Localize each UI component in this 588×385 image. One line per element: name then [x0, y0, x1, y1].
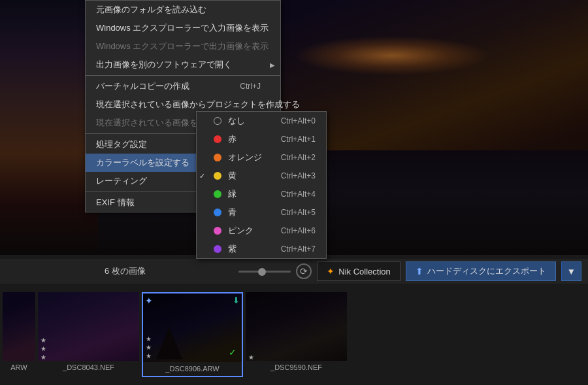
color-shortcut-yellow: Ctrl+Alt+3 — [281, 171, 316, 180]
color-label-purple: 紫 — [228, 243, 274, 255]
menu-item-label: 現在選択されている画像からプロジェクトを作成する — [96, 99, 300, 110]
menu-virtual-copy[interactable]: バーチャルコピーの作成 Ctrl+J — [86, 77, 280, 95]
nik-icon: ✦ — [327, 266, 335, 276]
thumbnail-item-2[interactable]: _DSC8906.ARW ✦ ⬇ ★ ★ ★ ✓ — [142, 292, 243, 377]
chevron-down-icon: ▼ — [567, 267, 576, 276]
thumb-image-2 — [143, 293, 242, 362]
color-pink[interactable]: ピンク Ctrl+Alt+6 — [197, 222, 326, 240]
menu-shortcut: Ctrl+J — [240, 82, 261, 91]
color-shortcut-blue: Ctrl+Alt+5 — [281, 208, 316, 217]
color-label-red: 赤 — [228, 133, 274, 145]
thumb-filename-1: _DSC8043.NEF — [38, 363, 139, 371]
color-dot-none — [214, 117, 221, 125]
color-green[interactable]: 緑 Ctrl+Alt+4 — [197, 185, 326, 203]
sync-icon: ⟳ — [300, 266, 308, 276]
star-icon: ★ — [146, 335, 152, 343]
menu-item-label: Windows エクスプローラーで出力画像を表示 — [96, 41, 269, 52]
color-dot-yellow — [214, 172, 221, 180]
color-purple[interactable]: 紫 Ctrl+Alt+7 — [197, 240, 326, 258]
menu-separator-1 — [86, 75, 280, 76]
thumb-filename-0: ARW — [3, 363, 35, 371]
color-shortcut-none: Ctrl+Alt+0 — [281, 116, 316, 126]
color-label-green: 緑 — [228, 188, 274, 200]
color-dot-red — [214, 135, 221, 143]
color-dot-blue — [214, 209, 221, 216]
export-button[interactable]: ⬆ ハードディスクにエクスポート — [406, 261, 556, 281]
zoom-slider-thumb[interactable] — [258, 268, 266, 276]
star-icon: ★ — [41, 354, 46, 361]
thumbnail-item-3[interactable]: _DSC9590.NEF ★ — [246, 292, 347, 377]
color-label-blue: 青 — [228, 207, 274, 218]
color-orange[interactable]: オレンジ Ctrl+Alt+2 — [197, 148, 326, 167]
thumb-filename-2: _DSC8906.ARW — [143, 365, 242, 373]
export-icon: ⬆ — [416, 266, 423, 276]
menu-item-label: 処理タグ設定 — [96, 139, 147, 150]
color-shortcut-orange: Ctrl+Alt+2 — [281, 153, 316, 162]
color-shortcut-purple: Ctrl+Alt+7 — [281, 244, 316, 254]
tree-silhouette — [156, 327, 182, 360]
menu-read-from-folder[interactable]: 元画像のフォルダを読み込む — [86, 1, 280, 19]
star-icon: ★ — [146, 344, 152, 351]
color-dot-purple — [214, 245, 221, 253]
menu-item-label: レーティング — [96, 175, 147, 187]
zoom-slider-track[interactable] — [238, 271, 291, 273]
thumb-image-0 — [3, 292, 35, 361]
color-label-orange: オレンジ — [228, 152, 274, 163]
bottom-toolbar: 6 枚の画像 ⟳ ✦ Nik Collection ⬆ ハードディスクにエクスポ… — [0, 259, 588, 284]
submenu-arrow: ▶ — [270, 61, 275, 69]
color-none[interactable]: なし Ctrl+Alt+0 — [197, 112, 326, 130]
nik-label: Nik Collection — [338, 267, 390, 276]
color-label-yellow: 黄 — [228, 170, 274, 182]
color-red[interactable]: 赤 Ctrl+Alt+1 — [197, 130, 326, 148]
color-blue[interactable]: 青 Ctrl+Alt+5 — [197, 203, 326, 222]
star-icon: ★ — [41, 345, 46, 352]
color-shortcut-pink: Ctrl+Alt+6 — [281, 226, 316, 235]
menu-item-label: 出力画像を別のソフトウェアで開く — [96, 59, 232, 71]
star-icon: ★ — [41, 337, 46, 344]
image-count: 6 枚の画像 — [105, 265, 146, 277]
thumb-image-3 — [246, 292, 347, 361]
nik-collection-button[interactable]: ✦ Nik Collection — [317, 261, 400, 281]
thumbnail-strip: ARW _DSC8043.NEF ★ ★ ★ _DSC8906.ARW ✦ ⬇ … — [0, 284, 588, 385]
export-label: ハードディスクにエクスポート — [427, 265, 546, 277]
star-icon: ★ — [146, 352, 152, 360]
color-shortcut-green: Ctrl+Alt+4 — [281, 190, 316, 199]
menu-open-with[interactable]: 出力画像を別のソフトウェアで開く ▶ — [86, 56, 280, 74]
color-shortcut-red: Ctrl+Alt+1 — [281, 135, 316, 144]
color-label-pink: ピンク — [228, 225, 274, 237]
thumb-stars-2: ★ ★ ★ — [146, 335, 152, 360]
thumbnail-item-0[interactable]: ARW — [3, 292, 35, 377]
thumb-stars-1: ★ ★ ★ — [41, 337, 46, 361]
thumb-image-1 — [38, 292, 139, 361]
color-dot-green — [214, 190, 221, 198]
thumb-stars-3: ★ — [248, 354, 254, 361]
export-dropdown-button[interactable]: ▼ — [561, 261, 581, 281]
menu-item-label: カラーラベルを設定する — [96, 157, 189, 169]
sync-button[interactable]: ⟳ — [296, 263, 312, 279]
menu-show-explorer-output[interactable]: Windows エクスプローラーで出力画像を表示 — [86, 37, 280, 56]
color-dot-pink — [214, 227, 221, 235]
zoom-slider-area — [238, 271, 291, 273]
color-dot-orange — [214, 154, 221, 161]
thumb-filename-3: _DSC9590.NEF — [246, 363, 347, 371]
badge-top-left-icon: ✦ — [145, 295, 153, 306]
badge-top-right-icon: ⬇ — [233, 295, 240, 305]
menu-show-explorer-input[interactable]: Windows エクスプローラーで入力画像を表示 — [86, 19, 280, 37]
color-label-none: なし — [228, 115, 274, 127]
thumbnail-item-1[interactable]: _DSC8043.NEF ★ ★ ★ — [38, 292, 139, 377]
horizon-glow — [294, 36, 490, 75]
color-yellow[interactable]: ✓ 黄 Ctrl+Alt+3 — [197, 167, 326, 185]
star-icon: ★ — [248, 354, 254, 361]
color-label-submenu: なし Ctrl+Alt+0 赤 Ctrl+Alt+1 オレンジ Ctrl+Alt… — [196, 111, 327, 259]
checkmark-icon: ✓ — [229, 347, 237, 358]
menu-item-label: 元画像のフォルダを読み込む — [96, 4, 206, 16]
menu-item-label: バーチャルコピーの作成 — [96, 80, 189, 92]
menu-item-label: EXIF 情報 — [96, 197, 135, 209]
menu-item-label: Windows エクスプローラーで入力画像を表示 — [96, 22, 269, 34]
check-icon: ✓ — [199, 172, 205, 180]
